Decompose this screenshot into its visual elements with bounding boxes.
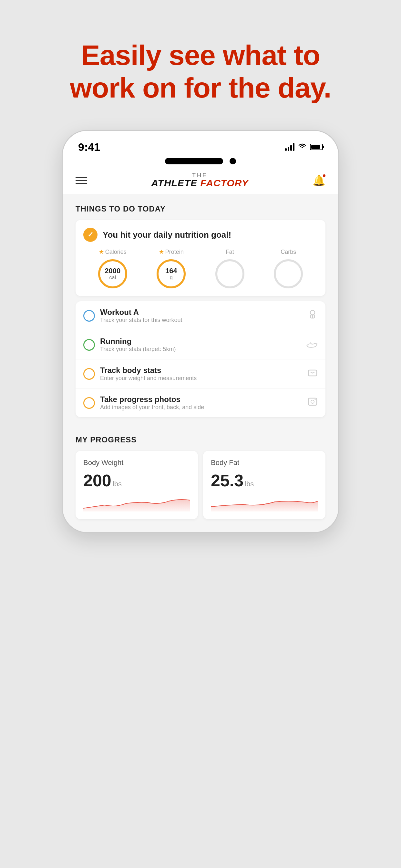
nutrition-card: ✓ You hit your daily nutrition goal! ★ C… (75, 220, 326, 296)
body-weight-num: 200 (83, 471, 112, 490)
hero-text: Easily see what to work on for the day. (44, 0, 357, 130)
progress-photos-desc: Add images of your front, back, and side (100, 404, 302, 411)
workout-desc: Track your stats for this workout (100, 317, 302, 323)
body-fat-num: 25.3 (211, 471, 243, 490)
body-weight-unit: lbs (113, 480, 122, 488)
carbs-ring (274, 259, 303, 288)
fat-circle (201, 259, 259, 288)
menu-button[interactable] (75, 177, 87, 184)
app-content: THINGS TO DO TODAY ✓ You hit your daily … (63, 194, 338, 435)
nutrition-check: ✓ (83, 228, 97, 242)
body-stats-name: Track body stats (100, 366, 302, 375)
body-stats-text: Track body stats Enter your weight and m… (100, 366, 302, 382)
progress-cards: Body Weight 200 lbs (75, 451, 326, 519)
shoe-icon (306, 340, 318, 350)
status-time: 9:41 (78, 141, 100, 153)
svg-point-7 (315, 399, 316, 400)
wifi-icon (298, 143, 307, 151)
svg-point-4 (312, 373, 313, 374)
notification-badge (322, 174, 326, 178)
body-fat-chart (211, 495, 318, 512)
running-name: Running (100, 337, 301, 346)
progress-photos-text: Take progress photos Add images of your … (100, 395, 302, 411)
workout-circle (83, 310, 95, 321)
body-weight-card: Body Weight 200 lbs (75, 451, 198, 519)
running-text: Running Track your stats (target: 5km) (100, 337, 301, 352)
star-icon: ★ (99, 248, 104, 255)
phone-mockup: 9:41 THE ATHLET (62, 130, 339, 533)
app-header: THE ATHLETE FACTORY 🔔 (63, 167, 338, 194)
progress-title: MY PROGRESS (75, 435, 326, 444)
protein-ring: 164 g (157, 259, 186, 288)
hero-line1: Easily see what to (81, 39, 320, 71)
protein-circle: 164 g (142, 259, 201, 288)
signal-icon (285, 143, 295, 151)
body-weight-chart (83, 495, 190, 512)
protein-label: ★ Protein (142, 248, 201, 255)
checkmark-icon: ✓ (88, 230, 93, 239)
body-weight-value: 200 lbs (83, 471, 190, 490)
task-list: Workout A Track your stats for this work… (75, 301, 326, 417)
photo-icon (307, 397, 318, 409)
body-stats-desc: Enter your weight and measurements (100, 375, 302, 382)
workout-text: Workout A Track your stats for this work… (100, 308, 302, 323)
body-fat-value: 25.3 lbs (211, 471, 318, 490)
body-fat-title: Body Fat (211, 459, 318, 467)
task-progress-photos[interactable]: Take progress photos Add images of your … (75, 389, 326, 417)
nutrition-circles: 2000 cal 164 g (83, 259, 318, 288)
running-desc: Track your stats (target: 5km) (100, 346, 301, 352)
task-body-stats[interactable]: Track body stats Enter your weight and m… (75, 360, 326, 389)
notification-button[interactable]: 🔔 (312, 175, 326, 187)
progress-photos-circle (83, 397, 95, 409)
carbs-label: Carbs (259, 248, 318, 255)
things-to-do-title: THINGS TO DO TODAY (75, 205, 326, 213)
kettlebell-icon (307, 309, 318, 322)
notch-camera (229, 158, 236, 164)
logo-athlete: ATHLETE (151, 178, 197, 188)
fat-label: Fat (201, 248, 259, 255)
calories-label: ★ Calories (83, 248, 142, 255)
hero-line2: work on for the day. (70, 72, 331, 104)
status-bar: 9:41 (63, 131, 338, 157)
star-icon-2: ★ (159, 248, 164, 255)
nutrition-labels: ★ Calories ★ Protein Fat Carbs (83, 248, 318, 255)
svg-point-0 (310, 310, 315, 315)
status-icons (285, 143, 323, 151)
scale-icon (307, 368, 318, 380)
app-logo: THE ATHLETE FACTORY (151, 172, 249, 189)
svg-point-6 (311, 400, 314, 403)
body-weight-title: Body Weight (83, 459, 190, 467)
fat-ring (215, 259, 244, 288)
body-fat-unit: lbs (245, 480, 254, 488)
task-workout[interactable]: Workout A Track your stats for this work… (75, 301, 326, 330)
progress-section: MY PROGRESS Body Weight 200 lbs (63, 435, 338, 532)
logo-factory: FACTORY (201, 178, 249, 188)
nutrition-title: You hit your daily nutrition goal! (103, 230, 231, 240)
calories-circle: 2000 cal (83, 259, 142, 288)
battery-icon (310, 144, 323, 150)
notch-pill (165, 158, 223, 164)
progress-photos-name: Take progress photos (100, 395, 302, 404)
body-stats-circle (83, 368, 95, 380)
running-circle (83, 339, 95, 351)
carbs-circle (259, 259, 318, 288)
workout-name: Workout A (100, 308, 302, 317)
body-fat-card: Body Fat 25.3 lbs (203, 451, 326, 519)
calories-ring: 2000 cal (98, 259, 127, 288)
nutrition-header: ✓ You hit your daily nutrition goal! (83, 228, 318, 242)
notch (63, 157, 338, 167)
task-running[interactable]: Running Track your stats (target: 5km) (75, 330, 326, 360)
